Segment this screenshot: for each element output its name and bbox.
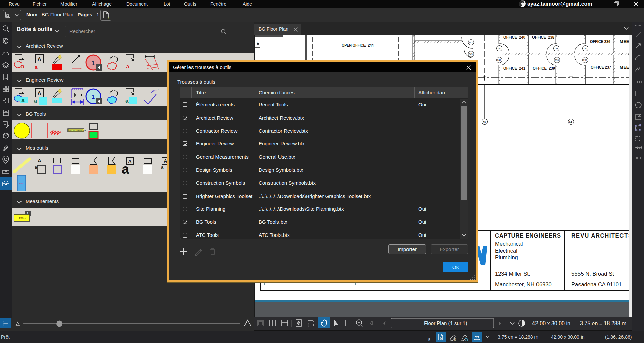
svg-text:a: a [126, 63, 129, 70]
svg-text:242: 242 [469, 41, 473, 44]
svg-text:OPEN OFFICE 244: OPEN OFFICE 244 [342, 43, 374, 48]
svg-text:a: a [35, 64, 38, 70]
svg-text:OFFICE 241: OFFICE 241 [503, 66, 525, 71]
svg-text:81.7°: 81.7° [152, 89, 159, 92]
svg-text:5: 5 [428, 338, 430, 342]
svg-text:5: 5 [440, 337, 442, 340]
svg-text:A: A [38, 158, 41, 163]
svg-text:a: a [35, 165, 37, 170]
svg-text:Manchester, NH 06930: Manchester, NH 06930 [495, 281, 552, 287]
svg-text:OFFICE 238: OFFICE 238 [532, 35, 554, 40]
svg-text:1: 1 [92, 94, 95, 100]
svg-text:3.75 en = 18.288 m: 3.75 en = 18.288 m [580, 320, 626, 326]
svg-text:Mechanical: Mechanical [495, 241, 523, 247]
svg-text:E: E [257, 41, 259, 45]
svg-text:OFFICE 240: OFFICE 240 [503, 35, 525, 40]
svg-text:A: A [37, 56, 41, 63]
svg-text:MEET: MEET [620, 65, 629, 70]
svg-text:236: 236 [583, 47, 587, 50]
svg-text:area: area [19, 183, 23, 185]
svg-text:A: A [37, 90, 41, 97]
svg-text:240: 240 [497, 47, 501, 50]
svg-text:Electrical: Electrical [495, 248, 517, 254]
svg-text:MEET: MEET [620, 39, 629, 44]
svg-text:A: A [164, 158, 167, 164]
svg-text:a: a [21, 63, 25, 70]
svg-text:03: 03 [483, 121, 486, 124]
svg-text:1234 Miller St.: 1234 Miller St. [495, 271, 530, 277]
svg-text:Pasadena CA 91101: Pasadena CA 91101 [571, 281, 622, 287]
svg-text:238: 238 [554, 47, 558, 50]
svg-text:REVU ARCHITECTS: REVU ARCHITECTS [571, 232, 629, 239]
svg-text:OFFICE 239: OFFICE 239 [533, 66, 555, 71]
svg-text:198 sf: 198 sf [19, 217, 27, 220]
svg-text:239: 239 [555, 59, 559, 61]
svg-text:5555 N. Broad St: 5555 N. Broad St [571, 271, 614, 277]
svg-text:My Concrete Message: My Concrete Message [69, 129, 86, 131]
svg-text:237: 237 [583, 59, 587, 61]
svg-text:Plumbing: Plumbing [495, 254, 518, 260]
svg-text:a: a [161, 165, 164, 170]
svg-text:241: 241 [497, 59, 501, 61]
svg-text:CAPTURE ENGINEERS: CAPTURE ENGINEERS [495, 232, 561, 239]
svg-text:OFFICE 237: OFFICE 237 [591, 65, 611, 70]
svg-text:a: a [125, 98, 129, 104]
svg-text:a: a [34, 98, 37, 104]
svg-text:243: 243 [469, 53, 473, 55]
svg-text:Floor Plan (1 sur 1): Floor Plan (1 sur 1) [424, 320, 467, 326]
svg-text:5: 5 [454, 338, 456, 342]
svg-text:a: a [122, 162, 129, 176]
svg-text:1: 1 [92, 60, 95, 66]
svg-text:OFFICE 236: OFFICE 236 [590, 39, 610, 44]
svg-text:04: 04 [569, 121, 572, 124]
svg-text:a: a [21, 97, 25, 103]
svg-text:42.00 x 30.00 in: 42.00 x 30.00 in [532, 320, 570, 326]
